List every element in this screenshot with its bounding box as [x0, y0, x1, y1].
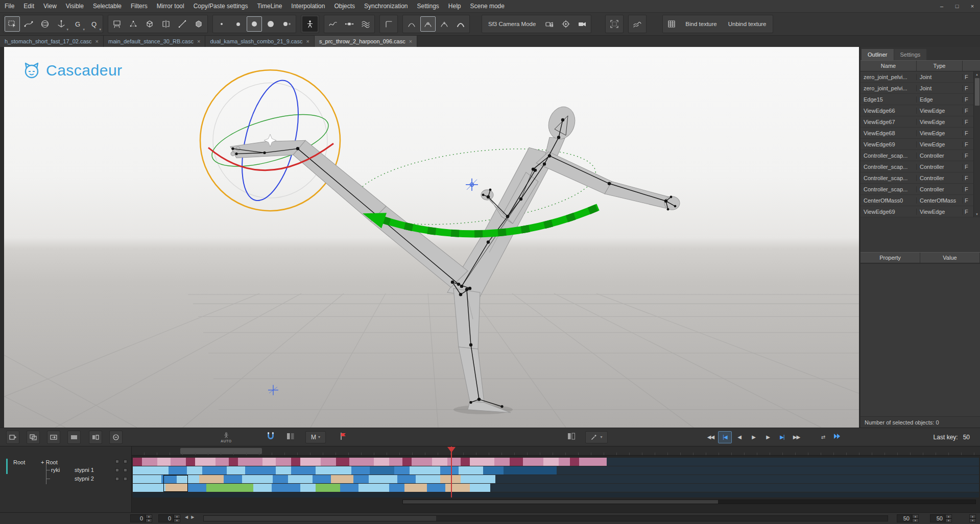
minimize-icon[interactable]: –: [934, 0, 949, 12]
bind-texture-button[interactable]: Bind texture: [680, 16, 722, 32]
keyframe-segment[interactable]: [483, 466, 504, 475]
point-size-2-button[interactable]: [230, 16, 246, 32]
keyframe-segment[interactable]: [238, 458, 262, 466]
mini-spinner[interactable]: ▲▼: [969, 514, 976, 522]
keyframe-segment[interactable]: [440, 475, 461, 483]
mirror-points-button[interactable]: [126, 16, 141, 32]
keyframe-segment[interactable]: [402, 458, 412, 466]
prev-frame-button[interactable]: ◀: [732, 431, 746, 443]
spinner-arrows[interactable]: ▲▼: [945, 514, 952, 522]
keyframe-segment[interactable]: [461, 475, 495, 483]
spinner-arrows[interactable]: ▲▼: [969, 514, 976, 522]
scrollbar-thumb[interactable]: [403, 500, 718, 504]
ViewEdge68[interactable]: ViewEdge68 ViewEdge F: [861, 128, 973, 139]
scene-canvas[interactable]: [4, 47, 859, 428]
spin-down-icon[interactable]: ▼: [174, 518, 180, 522]
fast-rewind-button[interactable]: ◀◀: [704, 431, 718, 443]
keyframe-segment[interactable]: [351, 466, 370, 475]
menu-item[interactable]: File: [0, 0, 19, 12]
ghost-panels-button[interactable]: [286, 432, 295, 443]
keyframe-segment[interactable]: [579, 458, 607, 466]
keyframe-segment[interactable]: [410, 466, 440, 475]
spin-up-icon[interactable]: ▲: [945, 514, 952, 518]
keyframe-segment[interactable]: [543, 458, 559, 466]
menu-item[interactable]: View: [39, 0, 61, 12]
keyframe-segment[interactable]: [199, 475, 224, 483]
keyframe-segment[interactable]: [187, 466, 202, 475]
keyframe-segment[interactable]: [276, 458, 291, 466]
spinner-value[interactable]: 0: [130, 514, 146, 522]
property-list[interactable]: [861, 263, 980, 416]
interp-arc-3-button[interactable]: [437, 16, 452, 32]
point-size-4-button[interactable]: [263, 16, 278, 32]
keyframe-segment[interactable]: [432, 458, 447, 466]
keyframe-segment[interactable]: [461, 458, 470, 466]
interval-new-button[interactable]: [6, 431, 19, 444]
close-icon[interactable]: ×: [965, 0, 980, 12]
menu-item[interactable]: Filters: [126, 0, 152, 12]
spin-up-icon[interactable]: ▲: [912, 514, 919, 518]
trajectory-node-button[interactable]: [342, 16, 357, 32]
keyframe-segment[interactable]: [336, 458, 349, 466]
step-back-icon[interactable]: ◀: [185, 515, 188, 519]
marquee-select-button[interactable]: [5, 16, 20, 32]
timeline-lane[interactable]: [133, 484, 979, 492]
jump-start-button[interactable]: |◀: [718, 431, 732, 443]
play-button[interactable]: ▶: [747, 431, 760, 443]
snap-button[interactable]: [266, 431, 276, 443]
step-forward-icon[interactable]: ▶: [191, 515, 194, 519]
track-checkbox[interactable]: [124, 468, 127, 472]
column-property[interactable]: Property: [861, 253, 920, 263]
point-size-1-button[interactable]: [214, 16, 229, 32]
keyframe-segment[interactable]: [459, 466, 483, 475]
scrollbar-thumb[interactable]: [975, 78, 979, 106]
keyframe-segment[interactable]: [369, 475, 397, 483]
view-range-indicator[interactable]: [180, 448, 262, 454]
menu-item[interactable]: Edit: [19, 0, 39, 12]
jump-end-button[interactable]: ▶|: [775, 431, 789, 443]
center-of-mass-marker[interactable]: [466, 179, 478, 191]
menu-item[interactable]: Objects: [329, 0, 360, 12]
loop-toggle-button[interactable]: ⇄: [816, 431, 830, 443]
play-speed-button[interactable]: [832, 432, 842, 443]
track-checkbox[interactable]: [124, 460, 127, 463]
camera-target-button[interactable]: [558, 16, 573, 32]
mode-dropdown[interactable]: M ▾: [305, 431, 326, 443]
menu-item[interactable]: Visible: [61, 0, 88, 12]
menu-item[interactable]: Copy/Paste settings: [189, 0, 253, 12]
camera-mode-button[interactable]: Sf3 Camera Mode: [483, 16, 541, 32]
scroll-down-icon[interactable]: ▼: [975, 211, 978, 217]
interp-arc-4-button[interactable]: [453, 16, 468, 32]
mirror-board-button[interactable]: [109, 16, 125, 32]
maximize-icon[interactable]: □: [949, 0, 965, 12]
ViewEdge69[interactable]: ViewEdge69 ViewEdge F: [861, 206, 973, 217]
track-root-expander[interactable]: + Root: [41, 459, 58, 465]
timeline-lane[interactable]: [133, 475, 979, 483]
interval-copy-button[interactable]: [27, 431, 40, 444]
playhead-marker[interactable]: [447, 447, 456, 457]
keyframe-segment[interactable]: [291, 466, 316, 475]
g-tool-button[interactable]: G ▾: [70, 16, 85, 32]
menu-item[interactable]: Mirror tool: [152, 0, 189, 12]
keyframe-segment[interactable]: [229, 458, 238, 466]
keyframe-segment[interactable]: [224, 475, 242, 483]
keyframe-segment[interactable]: [272, 484, 300, 492]
close-tab-icon[interactable]: ×: [95, 38, 99, 44]
keyframe-segment[interactable]: [416, 475, 440, 483]
timeline-range-scrollbar[interactable]: [203, 515, 888, 521]
keyframe-segment[interactable]: [273, 475, 288, 483]
CenterOfMass0[interactable]: CenterOfMass0 CenterOfMass F: [861, 195, 973, 206]
keyframe-segment[interactable]: [349, 458, 374, 466]
keyframe-segment[interactable]: [276, 466, 291, 475]
interval-remove-button[interactable]: [109, 431, 123, 444]
fast-forward-button[interactable]: ▶▶: [790, 431, 803, 443]
mirror-flip-button[interactable]: [158, 16, 174, 32]
tab-outliner[interactable]: Outliner: [862, 49, 894, 60]
scrollbar-thumb[interactable]: [204, 516, 436, 521]
keyframe-segment[interactable]: [321, 458, 336, 466]
transform-curve-button[interactable]: [21, 16, 36, 32]
keyframe-segment[interactable]: [523, 458, 543, 466]
keyframe-segment[interactable]: [374, 458, 389, 466]
keyframe-segment[interactable]: [331, 475, 353, 483]
close-tab-icon[interactable]: ×: [409, 38, 412, 44]
